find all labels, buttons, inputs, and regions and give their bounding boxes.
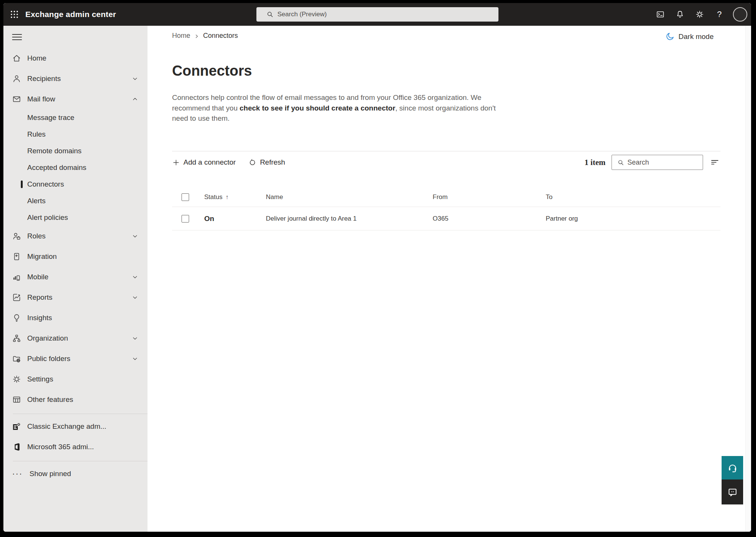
roles-icon bbox=[12, 232, 21, 241]
ellipsis-icon: ··· bbox=[12, 469, 23, 479]
lightbulb-icon bbox=[12, 313, 21, 322]
app-launcher-button[interactable] bbox=[3, 3, 25, 26]
chevron-down-icon bbox=[132, 335, 138, 342]
sidebar-item-alert-policies[interactable]: Alert policies bbox=[3, 209, 147, 226]
filter-button[interactable] bbox=[709, 157, 720, 168]
home-icon bbox=[12, 54, 21, 63]
refresh-button[interactable]: Refresh bbox=[248, 158, 285, 167]
sidebar-item-rules[interactable]: Rules bbox=[3, 126, 147, 143]
row-name: Deliver journal directly to Area 1 bbox=[266, 215, 433, 223]
chevron-down-icon bbox=[132, 274, 138, 280]
sidebar-item-connectors[interactable]: Connectors bbox=[3, 176, 147, 193]
sidebar-divider bbox=[13, 414, 147, 414]
floating-actions bbox=[722, 456, 743, 504]
reports-icon bbox=[12, 293, 21, 302]
chevron-down-icon bbox=[132, 75, 138, 82]
org-chart-icon bbox=[12, 334, 21, 343]
page-title: Connectors bbox=[172, 63, 252, 79]
support-button[interactable] bbox=[722, 456, 743, 479]
search-icon bbox=[266, 11, 274, 18]
table-icon bbox=[12, 395, 21, 404]
settings-button[interactable] bbox=[690, 3, 709, 26]
bell-icon bbox=[675, 10, 685, 19]
list-toolbar: Add a connector Refresh 1 item bbox=[172, 153, 720, 171]
sidebar-item-home[interactable]: Home bbox=[3, 48, 147, 68]
migration-icon bbox=[12, 252, 21, 261]
table-row[interactable]: On Deliver journal directly to Area 1 O3… bbox=[172, 207, 720, 230]
global-search-input[interactable] bbox=[278, 11, 494, 18]
row-from: O365 bbox=[433, 215, 546, 223]
sidebar-divider bbox=[13, 461, 147, 461]
moon-icon bbox=[665, 32, 675, 41]
sidebar-item-remote-domains[interactable]: Remote domains bbox=[3, 143, 147, 159]
feedback-button[interactable] bbox=[722, 479, 743, 504]
vertical-scrollbar[interactable] bbox=[745, 26, 751, 532]
column-header-status[interactable]: Status ↑ bbox=[204, 193, 266, 201]
sidebar-item-reports[interactable]: Reports bbox=[3, 287, 147, 308]
filter-lines-icon bbox=[710, 158, 719, 167]
search-icon bbox=[617, 159, 624, 166]
column-header-from[interactable]: From bbox=[433, 193, 546, 201]
description-link[interactable]: check to see if you should create a conn… bbox=[239, 104, 395, 112]
sidebar-item-insights[interactable]: Insights bbox=[3, 308, 147, 328]
sidebar-item-alerts[interactable]: Alerts bbox=[3, 193, 147, 209]
powershell-button[interactable] bbox=[650, 3, 670, 26]
sidebar-item-public-folders[interactable]: Public folders bbox=[3, 349, 147, 369]
hamburger-icon bbox=[12, 33, 22, 41]
sidebar-item-accepted-domains[interactable]: Accepted domains bbox=[3, 159, 147, 176]
sidebar-item-classic-exchange[interactable]: Classic Exchange adm... bbox=[3, 416, 147, 437]
sidebar-item-mail-flow[interactable]: Mail flow bbox=[3, 89, 147, 109]
global-search-box[interactable] bbox=[256, 7, 498, 22]
help-button[interactable]: ? bbox=[709, 3, 729, 26]
chevron-down-icon bbox=[132, 294, 138, 301]
sidebar-item-other-features[interactable]: Other features bbox=[3, 389, 147, 410]
page-description: Connectors help control the flow of emai… bbox=[172, 92, 498, 124]
waffle-icon bbox=[9, 9, 19, 19]
column-header-name[interactable]: Name bbox=[266, 193, 433, 201]
item-count: 1 item bbox=[585, 158, 605, 167]
terminal-icon bbox=[656, 10, 665, 19]
person-icon bbox=[12, 74, 21, 83]
sidebar-item-settings[interactable]: Settings bbox=[3, 369, 147, 389]
microsoft365-logo-icon bbox=[12, 442, 21, 451]
row-to: Partner org bbox=[546, 215, 720, 223]
plus-icon bbox=[172, 159, 180, 167]
sidebar-item-recipients[interactable]: Recipients bbox=[3, 68, 147, 89]
sidebar-item-message-trace[interactable]: Message trace bbox=[3, 109, 147, 126]
nav-collapse-button[interactable] bbox=[12, 33, 23, 42]
list-search-input[interactable] bbox=[627, 159, 700, 167]
select-all-checkbox[interactable] bbox=[182, 193, 189, 201]
sidebar-item-migration[interactable]: Migration bbox=[3, 246, 147, 267]
list-search-box[interactable] bbox=[612, 155, 703, 170]
chevron-down-icon bbox=[132, 355, 138, 362]
row-checkbox[interactable] bbox=[182, 215, 189, 223]
breadcrumb-current: Connectors bbox=[203, 32, 238, 40]
toolbar-divider bbox=[172, 151, 720, 151]
column-header-to[interactable]: To bbox=[546, 193, 720, 201]
dark-mode-toggle[interactable]: Dark mode bbox=[665, 32, 714, 41]
add-connector-button[interactable]: Add a connector bbox=[172, 158, 236, 167]
sidebar-item-organization[interactable]: Organization bbox=[3, 328, 147, 349]
topbar-actions: ? bbox=[650, 3, 747, 26]
selected-indicator bbox=[21, 181, 23, 188]
sidebar-item-roles[interactable]: Roles bbox=[3, 226, 147, 246]
mobile-icon bbox=[12, 272, 21, 282]
breadcrumb: Home Connectors bbox=[172, 32, 238, 40]
sidebar-item-mobile[interactable]: Mobile bbox=[3, 267, 147, 287]
sort-ascending-icon: ↑ bbox=[225, 194, 228, 201]
notifications-button[interactable] bbox=[670, 3, 690, 26]
app-title: Exchange admin center bbox=[25, 10, 116, 19]
chevron-right-icon bbox=[194, 34, 199, 39]
row-status: On bbox=[204, 215, 266, 223]
show-pinned-button[interactable]: ··· Show pinned bbox=[3, 464, 147, 484]
top-bar: Exchange admin center bbox=[3, 3, 751, 26]
gear-icon bbox=[695, 10, 704, 19]
mail-icon bbox=[12, 95, 21, 104]
public-folders-icon bbox=[12, 354, 21, 363]
help-icon: ? bbox=[717, 9, 722, 19]
breadcrumb-home-link[interactable]: Home bbox=[172, 32, 190, 40]
chevron-down-icon bbox=[132, 233, 138, 240]
gear-icon bbox=[12, 375, 21, 384]
account-avatar[interactable] bbox=[733, 7, 747, 22]
sidebar-item-m365-admin[interactable]: Microsoft 365 admi... bbox=[3, 437, 147, 457]
